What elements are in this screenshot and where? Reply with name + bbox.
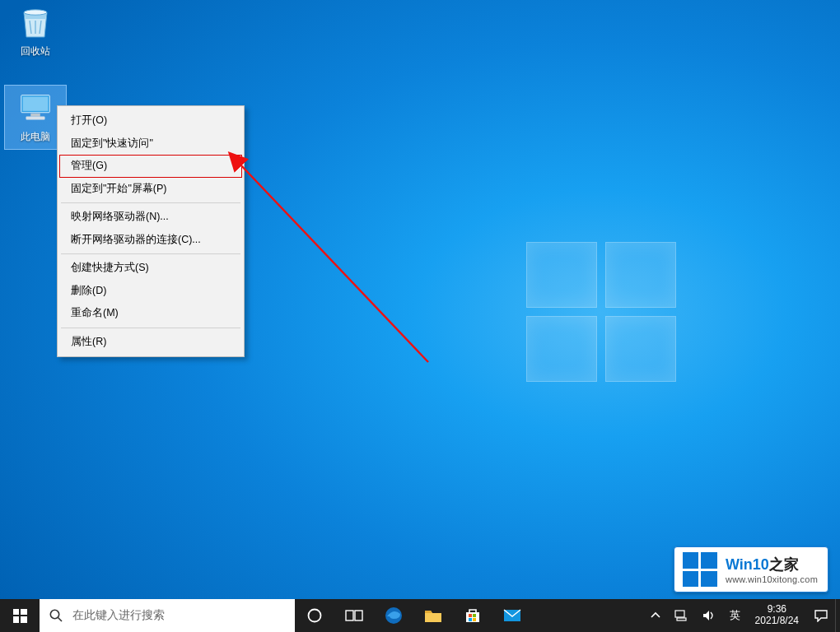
ctx-separator <box>61 253 240 254</box>
edge-icon <box>384 606 404 625</box>
taskbar-taskview[interactable] <box>334 599 374 632</box>
show-desktop-button[interactable] <box>835 599 840 632</box>
svg-rect-14 <box>473 614 476 617</box>
svg-rect-3 <box>30 114 40 117</box>
notification-icon <box>814 609 828 622</box>
svg-line-5 <box>239 163 428 362</box>
svg-rect-13 <box>469 614 472 617</box>
desktop-icon-label: 回收站 <box>5 44 66 58</box>
taskbar-mail[interactable] <box>492 599 532 632</box>
tray-clock[interactable]: 9:36 2021/8/24 <box>747 599 807 632</box>
context-menu: 打开(O) 固定到"快速访问" 管理(G) 固定到"开始"屏幕(P) 映射网络驱… <box>57 105 245 357</box>
svg-rect-15 <box>469 618 472 621</box>
taskbar-edge[interactable] <box>374 599 413 632</box>
system-tray: 英 9:36 2021/8/24 <box>644 599 840 632</box>
tray-volume[interactable] <box>695 599 723 632</box>
svg-rect-2 <box>23 97 49 111</box>
chevron-up-icon <box>651 611 660 620</box>
search-icon <box>40 608 72 623</box>
desktop-icon-recycle-bin[interactable]: 回收站 <box>5 3 66 58</box>
ctx-separator <box>61 202 240 203</box>
svg-rect-10 <box>355 611 362 620</box>
ctx-pin-start[interactable]: 固定到"开始"屏幕(P) <box>59 178 242 201</box>
svg-point-6 <box>50 610 58 618</box>
windows-logo-wallpaper <box>527 243 675 383</box>
svg-rect-9 <box>346 611 353 620</box>
cortana-icon <box>306 607 323 624</box>
tray-action-center[interactable] <box>807 599 835 632</box>
svg-rect-4 <box>26 117 45 120</box>
tray-time: 9:36 <box>768 604 786 616</box>
ctx-manage[interactable]: 管理(G) <box>59 155 242 178</box>
ctx-open[interactable]: 打开(O) <box>59 109 242 132</box>
ctx-separator <box>61 328 240 328</box>
start-button[interactable] <box>0 599 40 632</box>
ctx-delete[interactable]: 删除(D) <box>59 280 242 303</box>
this-pc-icon <box>16 89 54 127</box>
svg-rect-16 <box>473 618 476 621</box>
taskbar-store[interactable] <box>453 599 492 632</box>
svg-rect-19 <box>677 618 686 620</box>
ctx-disconnect-drive[interactable]: 断开网络驱动器的连接(C)... <box>59 229 242 252</box>
svg-rect-18 <box>675 611 684 617</box>
ctx-properties[interactable]: 属性(R) <box>59 331 242 354</box>
watermark-url: www.win10xitong.com <box>726 574 818 584</box>
folder-icon <box>423 607 443 624</box>
svg-point-8 <box>309 610 321 622</box>
search-placeholder: 在此键入进行搜索 <box>72 608 165 623</box>
watermark-badge: Win10之家 www.win10xitong.com <box>674 546 828 592</box>
tray-ime[interactable]: 英 <box>723 599 747 632</box>
windows-logo-icon <box>683 552 717 587</box>
tray-network[interactable] <box>667 599 695 632</box>
ctx-pin-quick[interactable]: 固定到"快速访问" <box>59 132 242 156</box>
recycle-bin-icon <box>16 3 54 41</box>
taskbar-explorer[interactable] <box>413 599 453 632</box>
ctx-rename[interactable]: 重命名(M) <box>59 302 242 325</box>
taskbar-search[interactable]: 在此键入进行搜索 <box>40 599 295 632</box>
ctx-map-drive[interactable]: 映射网络驱动器(N)... <box>59 206 242 229</box>
watermark-title: Win10之家 <box>726 555 818 574</box>
taskbar-cortana[interactable] <box>295 599 334 632</box>
tray-date: 2021/8/24 <box>755 616 799 627</box>
mail-icon <box>502 608 522 623</box>
volume-icon <box>702 609 716 622</box>
svg-line-7 <box>58 618 63 622</box>
network-icon <box>674 609 688 622</box>
svg-point-0 <box>24 10 47 15</box>
ctx-create-shortcut[interactable]: 创建快捷方式(S) <box>59 257 242 280</box>
taskbar: 在此键入进行搜索 <box>0 599 840 632</box>
windows-start-icon <box>13 609 27 623</box>
taskview-icon <box>345 608 363 623</box>
tray-overflow[interactable] <box>644 599 667 632</box>
store-icon <box>464 606 482 625</box>
desktop[interactable]: 回收站 此电脑 打开(O) 固定到"快速访问" 管理(G) 固定到"开始"屏幕(… <box>0 0 840 632</box>
